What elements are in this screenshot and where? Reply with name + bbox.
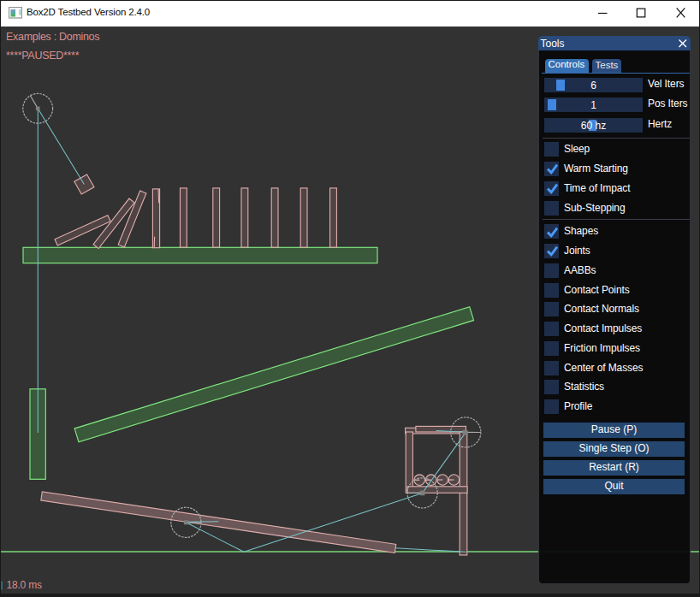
svg-text:18.0 ms: 18.0 ms [7, 579, 42, 591]
svg-text:****PAUSED****: ****PAUSED**** [6, 50, 80, 62]
